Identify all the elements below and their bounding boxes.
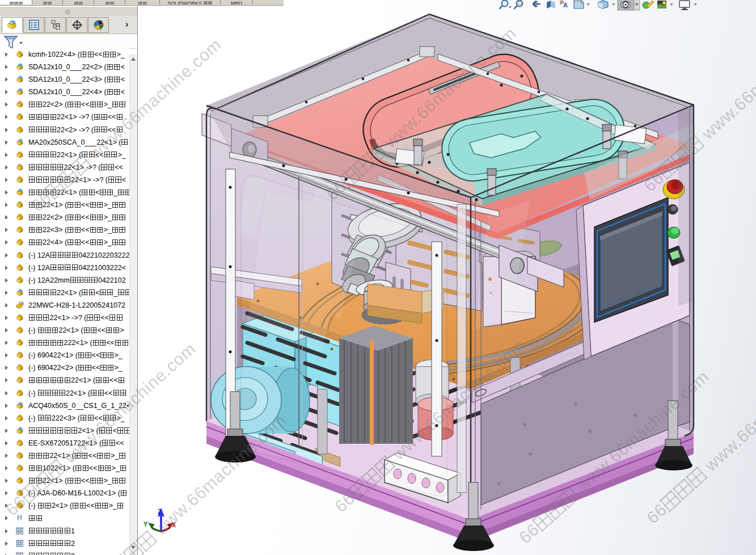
svg-text:X: X bbox=[172, 522, 176, 529]
svg-text:Y: Y bbox=[143, 521, 148, 529]
svg-text:A: A bbox=[563, 2, 568, 9]
svg-text:Z: Z bbox=[158, 508, 162, 516]
